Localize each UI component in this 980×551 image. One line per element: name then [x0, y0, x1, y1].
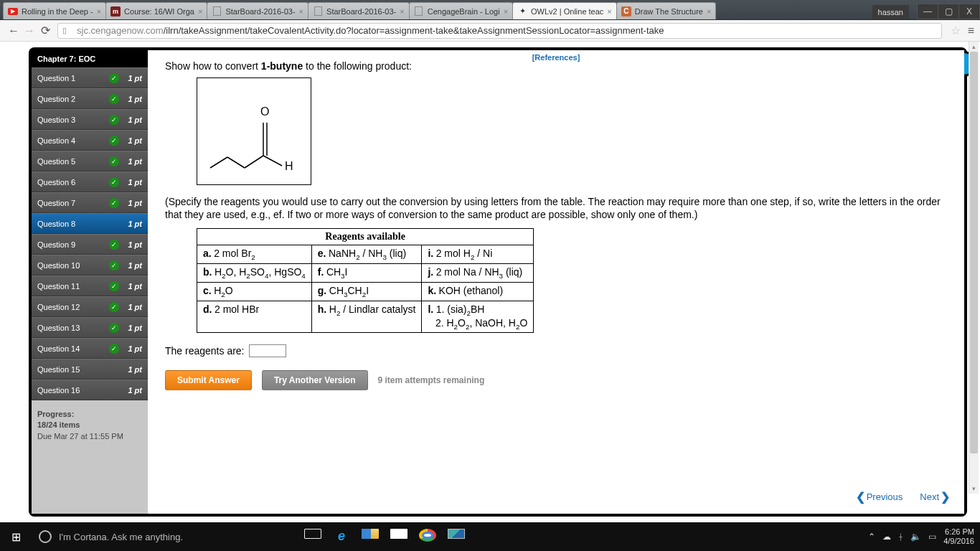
question-label: Question 10	[37, 261, 80, 270]
reagent-e: e. NaNH2 / NH3 (liq)	[311, 245, 422, 264]
question-label: Question 16	[37, 386, 80, 395]
oxygen-label: O	[260, 105, 269, 118]
wifi-icon[interactable]: ⟊	[898, 532, 903, 542]
browser-tab[interactable]: ✦OWLv2 | Online teac×	[512, 2, 617, 19]
chrome-icon[interactable]	[419, 529, 436, 545]
question-nav-item[interactable]: Question 14✓1 pt	[32, 338, 148, 359]
reload-button[interactable]: ⟳	[37, 23, 53, 39]
question-points: 1 pt	[128, 116, 142, 124]
tab-favicon: C	[621, 6, 631, 17]
tab-close-icon[interactable]: ×	[97, 7, 101, 16]
tab-close-icon[interactable]: ×	[400, 7, 404, 16]
page-scrollbar[interactable]: ▴ ▾	[969, 42, 979, 494]
question-nav-item[interactable]: Question 5✓1 pt	[32, 151, 148, 171]
photos-icon[interactable]	[448, 529, 465, 545]
previous-link[interactable]: ❮Previous	[856, 490, 903, 504]
profile-badge[interactable]: hassan	[872, 5, 909, 19]
back-button[interactable]: ←	[6, 23, 22, 39]
question-nav-item[interactable]: Question 161 pt	[32, 380, 148, 400]
tab-close-icon[interactable]: ×	[607, 7, 611, 16]
question-label: Question 11	[37, 282, 80, 291]
tab-title: Draw The Structure	[635, 7, 703, 16]
check-icon: ✓	[109, 344, 119, 354]
question-label: Question 4	[37, 136, 75, 145]
file-explorer-icon[interactable]	[362, 529, 379, 545]
svg-line-2	[245, 156, 263, 168]
check-icon: ✓	[109, 177, 119, 187]
reagents-table: Reagents available a. 2 mol Br2 e. NaNH2…	[197, 228, 534, 333]
tab-close-icon[interactable]: ×	[198, 7, 202, 16]
question-nav-item[interactable]: Question 151 pt	[32, 359, 148, 380]
clock[interactable]: 6:26 PM 4/9/2016	[943, 527, 974, 546]
question-nav-item[interactable]: Question 81 pt	[32, 213, 148, 234]
browser-tab[interactable]: StarBoard-2016-03-×	[207, 2, 308, 19]
volume-icon[interactable]: 🔈	[910, 532, 921, 542]
forward-button[interactable]: →	[22, 23, 37, 39]
question-label: Question 1	[37, 74, 75, 83]
cortana-placeholder: I'm Cortana. Ask me anything.	[59, 532, 183, 542]
maximize-button[interactable]: ▢	[938, 4, 959, 19]
check-icon: ✓	[109, 198, 119, 208]
question-nav-item[interactable]: Question 13✓1 pt	[32, 317, 148, 338]
tab-close-icon[interactable]: ×	[707, 7, 711, 16]
minimize-button[interactable]: —	[917, 4, 938, 19]
question-nav-item[interactable]: Question 7✓1 pt	[32, 192, 148, 213]
question-nav-item[interactable]: Question 10✓1 pt	[32, 255, 148, 276]
question-nav-item[interactable]: Question 3✓1 pt	[32, 109, 148, 130]
store-icon[interactable]	[390, 529, 407, 545]
question-nav-item[interactable]: Question 1✓1 pt	[32, 67, 148, 88]
edge-icon[interactable]: e	[333, 529, 350, 545]
cortana-search[interactable]: I'm Cortana. Ask me anything.	[32, 526, 275, 547]
question-label: Question 9	[37, 240, 75, 249]
question-label: Question 13	[37, 324, 80, 332]
question-points: 1 pt	[128, 178, 142, 187]
question-nav-item[interactable]: Question 11✓1 pt	[32, 276, 148, 296]
hydrogen-label: H	[285, 160, 293, 172]
check-icon	[109, 219, 119, 229]
question-label: Question 15	[37, 365, 80, 374]
svg-line-5	[263, 156, 282, 166]
tab-title: CengageBrain - Logi	[428, 7, 500, 16]
start-button[interactable]: ⊞	[0, 522, 32, 551]
question-nav-item[interactable]: Question 9✓1 pt	[32, 234, 148, 255]
progress-label: Progress:	[37, 409, 142, 420]
reagents-input[interactable]	[249, 344, 286, 357]
task-view-icon[interactable]	[304, 529, 321, 545]
question-nav-item[interactable]: Question 6✓1 pt	[32, 171, 148, 192]
menu-icon[interactable]: ≡	[968, 24, 974, 37]
check-icon: ✓	[109, 323, 119, 333]
onedrive-icon[interactable]: ☁	[882, 532, 891, 542]
next-link[interactable]: Next❯	[920, 490, 950, 504]
check-icon: ✓	[109, 156, 119, 166]
reagent-j: j. 2 mol Na / NH3 (liq)	[422, 264, 534, 283]
action-center-icon[interactable]: ▭	[928, 532, 936, 542]
tray-expand-icon[interactable]: ⌃	[868, 532, 875, 542]
question-points: 1 pt	[128, 240, 142, 249]
browser-tab[interactable]: CDraw The Structure×	[616, 2, 717, 19]
browser-tab[interactable]: StarBoard-2016-03-×	[308, 2, 410, 19]
check-icon: ✓	[109, 94, 119, 104]
browser-tab[interactable]: CengageBrain - Logi×	[409, 2, 513, 19]
browser-tab[interactable]: ▶Rolling in the Deep -×	[3, 2, 106, 19]
reagent-d: d. 2 mol HBr	[197, 301, 312, 333]
question-label: Question 3	[37, 116, 75, 124]
question-nav-item[interactable]: Question 12✓1 pt	[32, 296, 148, 317]
question-nav-item[interactable]: Question 2✓1 pt	[32, 88, 148, 109]
instructions-text: (Specify the reagents you would use to c…	[165, 195, 947, 221]
tab-close-icon[interactable]: ×	[504, 7, 508, 16]
windows-taskbar: ⊞ I'm Cortana. Ask me anything. e ⌃ ☁ ⟊ …	[0, 522, 980, 551]
progress-count: 18/24 items	[37, 420, 142, 430]
question-nav-item[interactable]: Question 4✓1 pt	[32, 130, 148, 151]
url-text: sjc.cengagenow.com/ilrn/takeAssignment/t…	[77, 25, 664, 36]
submit-answer-button[interactable]: Submit Answer	[165, 370, 252, 390]
url-input[interactable]: ▯ sjc.cengagenow.com/ilrn/takeAssignment…	[57, 23, 942, 39]
check-icon	[109, 364, 119, 375]
browser-tab[interactable]: mCourse: 16/WI Orga×	[105, 2, 207, 19]
bookmark-icon[interactable]: ☆	[951, 24, 961, 37]
try-another-button[interactable]: Try Another Version	[262, 370, 368, 390]
question-label: Question 8	[37, 220, 75, 228]
references-link[interactable]: [References]	[532, 53, 580, 62]
tab-close-icon[interactable]: ×	[299, 7, 303, 16]
progress-block: Progress: 18/24 items Due Mar 27 at 11:5…	[32, 403, 148, 448]
close-button[interactable]: X	[958, 4, 980, 19]
